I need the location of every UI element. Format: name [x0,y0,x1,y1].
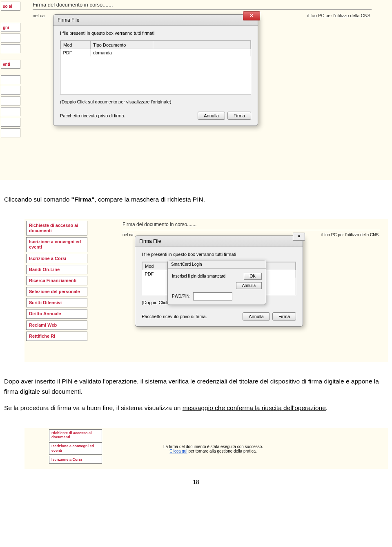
sidebar: Richieste di accesso ai documenti Iscriz… [49,428,102,465]
table-header [153,41,251,49]
sidebar-item-richieste[interactable]: Richieste di accesso ai documenti [26,221,87,235]
dialog-footer: Pacchetto ricevuto privo di firma. Annul… [135,310,303,326]
page-number: 18 [0,469,392,489]
document-text: Cliccando sul comando "Firma", compare l… [0,180,392,219]
sidebar-item[interactable] [1,75,20,84]
sidebar-item-iscrizione-corsi[interactable]: Iscrizione a Corsi [26,254,87,263]
sidebar-item-bandi[interactable]: Bandi On-Line [26,265,87,274]
document-text: Dopo aver inserito il PIN e validato l'o… [0,362,392,428]
sidebar-item[interactable] [1,118,20,127]
text: . [326,404,327,411]
sidebar-item[interactable] [1,128,20,137]
screenshot-success-message: Richieste di accesso ai documenti Iscriz… [24,428,388,469]
cancel-button[interactable]: Annulla [236,282,262,289]
close-button[interactable]: ✕ [293,233,305,241]
sidebar-item[interactable] [1,44,20,53]
sidebar-item[interactable]: gni [1,23,20,32]
text-fragment: nel ca [122,233,134,237]
pin-input[interactable] [193,292,232,300]
return-link[interactable]: Clicca qui [169,449,187,453]
sidebar-item-iscrizione-corsi[interactable]: Iscrizione a Corsi [49,456,102,464]
firma-file-dialog: Firma File ✕ I file presenti in questo b… [53,14,258,126]
cancel-button[interactable]: Annulla [243,312,270,321]
sidebar-item[interactable]: so ai [1,2,20,11]
dialog-title: Firma File [139,238,161,244]
table-header: Tipo Documento [91,41,153,49]
prompt-text: Inserisci il pin della smartcard [172,274,244,278]
sidebar-item[interactable] [1,107,20,116]
dialog-title-bar: Firma File ✕ [135,236,303,247]
dialog-body: Inserisci il pin della smartcard OK Annu… [168,269,266,305]
text-fragment: il tuo PC per l'utilizzo della CNS. [307,13,372,18]
sign-button[interactable]: Firma [272,312,296,321]
text-underline: messaggio che conferma la riuscita dell'… [183,404,326,411]
status-text: Firma del documento in corso....... [33,0,372,10]
sidebar-item-ricerca[interactable]: Ricerca Finanziamenti [26,276,87,285]
sidebar-fragment: so ai gni enti [0,0,21,139]
sidebar-item-scritti[interactable]: Scritti Difensivi [26,298,87,307]
message-text: per tornare alla gestione della pratica. [187,449,257,453]
sidebar-item-richieste[interactable]: Richieste di accesso ai documenti [49,429,102,442]
sidebar-item-rettifiche[interactable]: Rettifiche RI [26,332,87,341]
table-cell: PDF [143,270,168,278]
dialog-title: SmartCard Login [168,260,266,269]
table-cell: domanda [91,49,153,57]
table-header: Mod [143,262,168,270]
text: Se la procedura di firma va a buon fine,… [4,404,183,411]
table-header: Mod [61,41,91,49]
status-text: Firma del documento in corso....... [122,219,380,230]
text: Cliccando sul comando [4,196,71,203]
dialog-title-bar: Firma File ✕ [53,15,258,26]
file-table: Mod Tipo Documento PDF domanda [60,40,251,94]
sidebar-item[interactable] [1,96,20,105]
sidebar-item-selezione[interactable]: Selezione del personale [26,287,87,296]
message-text: La firma del documento è stata eseguita … [163,444,263,449]
status-text: Pacchetto ricevuto privo di firma. [60,113,195,118]
screenshot-smartcard-login: Richieste di accesso ai documenti Iscriz… [24,219,388,362]
dialog-title: Firma File [58,17,79,23]
sign-button[interactable]: Firma [227,112,251,120]
ok-button[interactable]: OK [244,273,262,280]
text-fragment: il tuo PC per l'utilizzo della CNS. [321,233,380,237]
dialog-hint: (Doppio Click sul documento per visualiz… [60,99,251,104]
dialog-note: I file presenti in questo box verranno t… [60,31,251,36]
text: , compare la maschera di richiesta PIN. [94,196,205,203]
sidebar-item[interactable]: enti [1,60,20,69]
sidebar-item-iscrizione-convegni[interactable]: Iscrizione a convegni ed eventi [49,442,102,455]
sidebar-item-diritto[interactable]: Diritto Annuale [26,309,87,318]
dialog-note: I file presenti in questo box verranno t… [142,252,296,257]
cancel-button[interactable]: Annulla [198,112,225,120]
close-button[interactable]: ✕ [243,11,260,20]
sidebar-item[interactable] [1,34,20,43]
screenshot-firma-dialog: so ai gni enti Firma del documento in co… [0,0,392,180]
success-message: La firma del documento è stata eseguita … [163,444,263,453]
pin-label: PWD/PIN: [172,294,191,298]
table-row[interactable]: PDF domanda [61,49,251,57]
dialog-body: I file presenti in questo box verranno t… [53,26,258,109]
status-text: Pacchetto ricevuto privo di firma. [142,314,240,319]
sidebar-item[interactable] [1,86,20,95]
text-bold: "Firma" [71,196,95,203]
sidebar: Richieste di accesso ai documenti Iscriz… [26,219,87,343]
sidebar-item-reclami[interactable]: Reclami Web [26,321,87,330]
table-cell: PDF [61,49,91,57]
dialog-footer: Pacchetto ricevuto privo di firma. Annul… [53,109,258,126]
sidebar-item-iscrizione-convegni[interactable]: Iscrizione a convegni ed eventi [26,237,87,252]
smartcard-login-dialog: SmartCard Login Inserisci il pin della s… [167,260,266,305]
paragraph: Dopo aver inserito il PIN e validato l'o… [4,377,388,397]
text-fragment: nel ca [33,13,45,18]
